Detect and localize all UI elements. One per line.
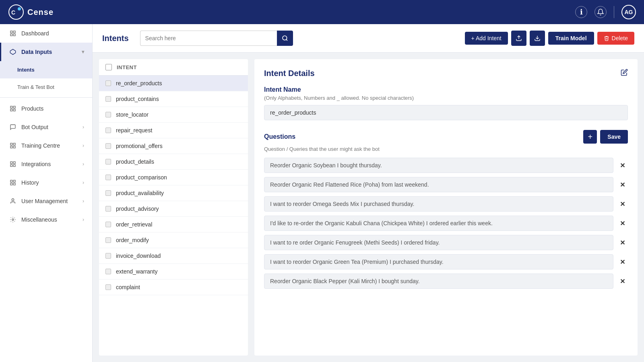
sidebar-item-label: Dashboard (21, 30, 84, 37)
history-icon (9, 179, 17, 186)
list-item[interactable]: complaint (99, 280, 248, 295)
row-checkbox[interactable] (105, 237, 111, 243)
remove-question-button[interactable]: ✕ (617, 198, 628, 210)
row-checkbox[interactable] (105, 96, 111, 102)
row-checkbox[interactable] (105, 269, 111, 274)
list-item[interactable]: store_locator (99, 107, 248, 123)
remove-question-button[interactable]: ✕ (617, 256, 628, 267)
remove-question-button[interactable]: ✕ (617, 276, 628, 287)
user-management-icon (9, 197, 17, 205)
list-item[interactable]: extend_warranty (99, 264, 248, 280)
row-checkbox[interactable] (105, 159, 111, 165)
add-intent-button[interactable]: + Add Intent (465, 32, 508, 45)
sidebar-item-miscellaneous[interactable]: Miscellaneous › (0, 210, 92, 229)
list-item[interactable]: re_order_products (99, 76, 248, 91)
row-checkbox[interactable] (105, 80, 111, 86)
question-text: Reorder Organic Black Pepper (Kali Mirch… (264, 274, 613, 289)
intent-row-name: promotional_offers (116, 143, 163, 149)
svg-rect-19 (13, 165, 15, 167)
app-logo[interactable]: C Cense (8, 4, 54, 20)
svg-rect-9 (13, 106, 15, 108)
question-text: I want to reorder Omega Seeds Mix I purc… (264, 196, 613, 212)
upload-button[interactable] (511, 31, 526, 46)
row-checkbox[interactable] (105, 190, 111, 196)
svg-rect-8 (10, 106, 12, 108)
svg-point-25 (12, 219, 14, 220)
user-avatar[interactable]: AG (621, 5, 636, 19)
row-checkbox[interactable] (105, 253, 111, 259)
list-item[interactable]: product_contains (99, 91, 248, 107)
question-item: I'd like to re-order the Organic Kabuli … (264, 216, 628, 231)
list-item[interactable]: invoice_download (99, 248, 248, 264)
sidebar-item-intents[interactable]: Intents (0, 61, 92, 78)
chevron-right-icon: › (83, 143, 84, 148)
search-input[interactable] (140, 31, 277, 46)
intent-row-name: repair_request (116, 127, 152, 134)
question-text: Reorder Organic Soybean I bought thursda… (264, 158, 613, 173)
svg-rect-16 (10, 162, 12, 164)
intent-row-name: product_comparison (116, 174, 167, 181)
remove-question-button[interactable]: ✕ (617, 160, 628, 171)
intent-row-name: product_details (116, 158, 154, 165)
add-question-button[interactable]: + (583, 130, 597, 144)
svg-line-27 (286, 39, 287, 41)
sidebar-item-label: Intents (17, 67, 84, 73)
sidebar-item-training-centre[interactable]: Training Centre › (0, 136, 92, 155)
svg-rect-22 (10, 183, 12, 185)
row-checkbox[interactable] (105, 175, 111, 180)
intents-header: Intents + Add Intent Train Model Dele (93, 24, 644, 53)
save-questions-button[interactable]: Save (600, 130, 628, 144)
sidebar-item-label: Bot Output (21, 124, 78, 130)
remove-question-button[interactable]: ✕ (617, 179, 628, 190)
row-checkbox[interactable] (105, 284, 111, 290)
remove-question-button[interactable]: ✕ (617, 218, 628, 229)
bell-icon[interactable] (594, 6, 607, 18)
intent-row-name: re_order_products (116, 80, 162, 86)
sidebar-item-user-management[interactable]: User Management › (0, 192, 92, 210)
questions-actions: + Save (583, 130, 628, 144)
list-item[interactable]: product_details (99, 154, 248, 170)
question-item: Reorder Organic Soybean I bought thursda… (264, 158, 628, 173)
sidebar-item-label: Train & Test Bot (17, 84, 84, 90)
chevron-down-icon: ▾ (82, 49, 84, 55)
list-item[interactable]: repair_request (99, 123, 248, 138)
svg-rect-4 (13, 31, 15, 33)
sidebar-item-dashboard[interactable]: Dashboard (0, 24, 92, 43)
main-layout: Dashboard Data Inputs ▾ Intents Train & … (0, 24, 644, 362)
question-text: I want to re order Organic Fenugreek (Me… (264, 235, 613, 250)
list-item[interactable]: order_modify (99, 232, 248, 248)
sidebar-item-integrations[interactable]: Integrations › (0, 155, 92, 173)
train-model-button[interactable]: Train Model (548, 32, 594, 45)
sidebar-item-products[interactable]: Products (0, 99, 92, 118)
info-icon[interactable]: ℹ (575, 6, 587, 18)
sidebar-item-train-test[interactable]: Train & Test Bot (0, 78, 92, 96)
select-all-checkbox[interactable] (105, 64, 112, 70)
remove-question-button[interactable]: ✕ (617, 237, 628, 248)
list-item[interactable]: product_availability (99, 185, 248, 201)
sidebar-item-history[interactable]: History › (0, 173, 92, 192)
row-checkbox[interactable] (105, 206, 111, 212)
row-checkbox[interactable] (105, 222, 111, 227)
row-checkbox[interactable] (105, 112, 111, 117)
edit-icon[interactable] (621, 69, 628, 78)
download-button[interactable] (530, 31, 545, 46)
questions-list: Reorder Organic Soybean I bought thursda… (264, 158, 628, 289)
sidebar-item-bot-output[interactable]: Bot Output › (0, 118, 92, 136)
question-item: Reorder Organic Red Flattened Rice (Poha… (264, 177, 628, 192)
search-button[interactable] (277, 31, 293, 46)
row-checkbox[interactable] (105, 143, 111, 149)
list-item[interactable]: product_comparison (99, 170, 248, 185)
list-item[interactable]: product_advisory (99, 201, 248, 217)
svg-point-24 (12, 199, 14, 201)
row-checkbox[interactable] (105, 128, 111, 133)
delete-button[interactable]: Delete (597, 32, 634, 45)
sidebar-separator (0, 97, 92, 98)
list-item[interactable]: promotional_offers (99, 138, 248, 154)
sidebar-item-data-inputs[interactable]: Data Inputs ▾ (0, 43, 92, 61)
sidebar-item-label: Training Centre (21, 142, 78, 149)
list-item[interactable]: order_retrieval (99, 217, 248, 232)
question-item: I want to reorder Omega Seeds Mix I purc… (264, 196, 628, 212)
svg-rect-11 (13, 109, 15, 111)
training-icon (9, 142, 17, 149)
integrations-icon (9, 160, 17, 168)
